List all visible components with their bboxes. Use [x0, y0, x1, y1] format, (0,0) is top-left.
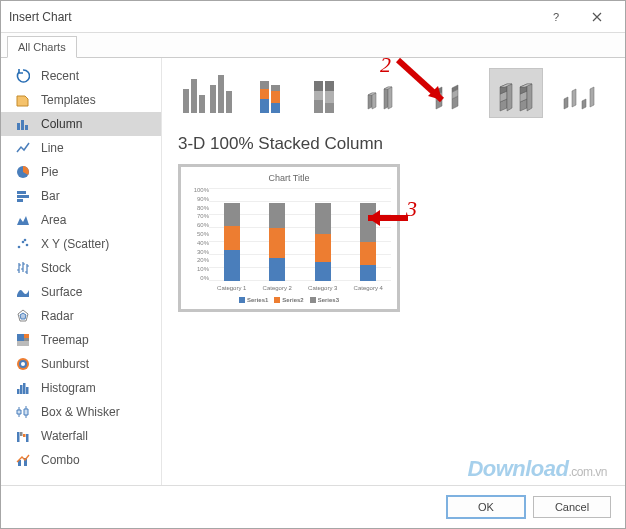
subtype-stacked-column[interactable] — [249, 68, 291, 118]
svg-point-8 — [18, 246, 21, 249]
preview-chart-area: 100%90%80%70%60%50%40%30%20%10%0% Catego… — [187, 187, 391, 293]
svg-rect-20 — [20, 385, 23, 394]
sidebar-item-histogram[interactable]: Histogram — [1, 376, 161, 400]
sidebar-item-label: Area — [41, 213, 66, 227]
sidebar-item-label: Histogram — [41, 381, 96, 395]
sidebar-item-label: Radar — [41, 309, 74, 323]
preview-column: Category 4 — [355, 203, 381, 291]
preview-plot: Category 1 Category 2 Category 3 Ca — [209, 187, 391, 293]
sidebar-item-label: Surface — [41, 285, 82, 299]
sidebar-item-label: Treemap — [41, 333, 89, 347]
subtype-clustered-column[interactable] — [178, 68, 237, 118]
preview-column: Category 3 — [310, 203, 336, 291]
sidebar-item-stock[interactable]: Stock — [1, 256, 161, 280]
tab-all-charts[interactable]: All Charts — [7, 36, 77, 58]
chart-preview[interactable]: Chart Title 100%90%80%70%60%50%40%30%20%… — [178, 164, 400, 312]
help-icon: ? — [551, 11, 563, 23]
subtype-3d-100-stacked-column[interactable] — [489, 68, 543, 118]
insert-chart-dialog: Insert Chart ? All Charts Recent Templat… — [0, 0, 626, 529]
svg-rect-21 — [23, 383, 26, 394]
templates-icon — [15, 92, 31, 108]
svg-rect-24 — [20, 432, 23, 436]
radar-icon — [15, 308, 31, 324]
subtype-100-stacked-column[interactable] — [303, 68, 345, 118]
boxwhisker-icon — [15, 404, 31, 420]
sidebar-item-templates[interactable]: Templates — [1, 88, 161, 112]
scatter-icon — [15, 236, 31, 252]
sidebar-item-surface[interactable]: Surface — [1, 280, 161, 304]
cancel-button[interactable]: Cancel — [533, 496, 611, 518]
histogram-icon — [15, 380, 31, 396]
sidebar-item-boxwhisker[interactable]: Box & Whisker — [1, 400, 161, 424]
svg-rect-19 — [17, 389, 20, 394]
subtype-3d-stacked-column[interactable] — [423, 68, 477, 118]
sidebar-item-scatter[interactable]: X Y (Scatter) — [1, 232, 161, 256]
svg-rect-26 — [26, 434, 29, 442]
sidebar-item-label: Box & Whisker — [41, 405, 120, 419]
preview-legend: Series1 Series2 Series3 — [239, 293, 339, 303]
combo-icon — [15, 452, 31, 468]
sidebar-item-label: Recent — [41, 69, 79, 83]
waterfall-icon — [15, 428, 31, 444]
area-icon — [15, 212, 31, 228]
bar-icon — [15, 188, 31, 204]
dialog-title: Insert Chart — [9, 10, 537, 24]
preview-column: Category 2 — [264, 203, 290, 291]
subtype-title: 3-D 100% Stacked Column — [178, 134, 609, 154]
svg-rect-3 — [25, 125, 28, 130]
annotation-label-2: 2 — [380, 58, 391, 78]
sidebar-item-recent[interactable]: Recent — [1, 64, 161, 88]
chart-type-sidebar: Recent Templates Column Line Pie Bar — [1, 58, 162, 487]
sidebar-item-label: Combo — [41, 453, 80, 467]
sidebar-item-area[interactable]: Area — [1, 208, 161, 232]
surface-icon — [15, 284, 31, 300]
sidebar-item-column[interactable]: Column — [1, 112, 161, 136]
preview-chart-title: Chart Title — [268, 173, 309, 183]
subtype-row — [178, 68, 609, 118]
sidebar-item-bar[interactable]: Bar — [1, 184, 161, 208]
subtype-3d-column[interactable] — [555, 68, 609, 118]
svg-rect-23 — [17, 432, 20, 442]
sidebar-item-label: Sunburst — [41, 357, 89, 371]
titlebar: Insert Chart ? — [1, 1, 625, 33]
sidebar-item-label: Templates — [41, 93, 96, 107]
sidebar-item-label: Bar — [41, 189, 60, 203]
sidebar-item-line[interactable]: Line — [1, 136, 161, 160]
column-icon — [15, 116, 31, 132]
svg-rect-14 — [24, 338, 29, 341]
svg-rect-2 — [21, 120, 24, 130]
svg-point-10 — [26, 244, 29, 247]
sidebar-item-treemap[interactable]: Treemap — [1, 328, 161, 352]
help-button[interactable]: ? — [537, 7, 577, 27]
sidebar-item-sunburst[interactable]: Sunburst — [1, 352, 161, 376]
treemap-icon — [15, 332, 31, 348]
line-icon — [15, 140, 31, 156]
sidebar-item-label: Column — [41, 117, 82, 131]
stock-icon — [15, 260, 31, 276]
main-panel: 3-D 100% Stacked Column Chart Title 100%… — [162, 58, 625, 487]
ok-button[interactable]: OK — [447, 496, 525, 518]
tabstrip: All Charts — [1, 33, 625, 58]
pie-icon — [15, 164, 31, 180]
svg-rect-1 — [17, 123, 20, 130]
svg-rect-22 — [26, 387, 29, 394]
sidebar-item-combo[interactable]: Combo — [1, 448, 161, 472]
svg-text:?: ? — [553, 11, 559, 23]
preview-yaxis: 100%90%80%70%60%50%40%30%20%10%0% — [187, 187, 209, 293]
close-button[interactable] — [577, 7, 617, 27]
svg-point-11 — [24, 239, 27, 242]
recent-icon — [15, 68, 31, 84]
sidebar-item-label: Waterfall — [41, 429, 88, 443]
sidebar-item-label: X Y (Scatter) — [41, 237, 109, 251]
sidebar-item-pie[interactable]: Pie — [1, 160, 161, 184]
svg-rect-6 — [17, 195, 29, 198]
dialog-footer: OK Cancel — [1, 485, 625, 528]
svg-point-9 — [22, 241, 25, 244]
sidebar-item-waterfall[interactable]: Waterfall — [1, 424, 161, 448]
close-icon — [592, 12, 602, 22]
sunburst-icon — [15, 356, 31, 372]
svg-rect-15 — [17, 341, 29, 346]
svg-rect-12 — [17, 334, 24, 341]
sidebar-item-radar[interactable]: Radar — [1, 304, 161, 328]
svg-rect-13 — [24, 334, 29, 338]
